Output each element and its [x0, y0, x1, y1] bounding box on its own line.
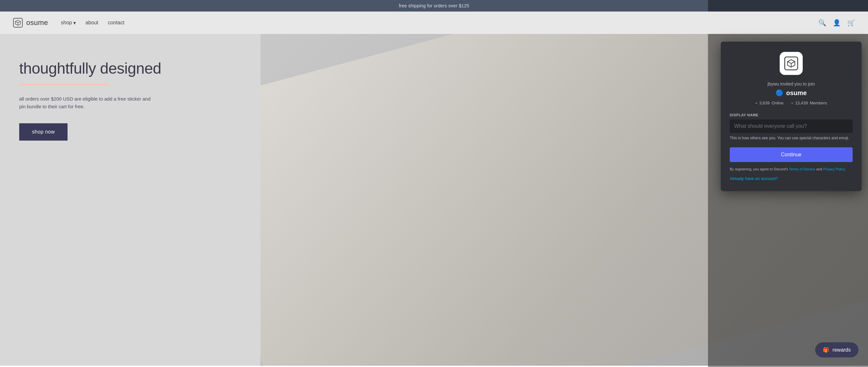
already-have-account-link[interactable]: Already have an account? [730, 176, 852, 181]
cart-icon[interactable]: 🛒 [847, 19, 855, 27]
nav-shop[interactable]: shop ▾ [61, 20, 76, 26]
announcement-bar: free shipping for orders over $125 [0, 0, 868, 11]
online-count: 3,639 [759, 100, 770, 105]
rewards-button[interactable]: 🎁 rewards [815, 342, 859, 357]
rewards-icon: 🎁 [823, 347, 829, 353]
members-label: Members [810, 100, 827, 105]
rewards-label: rewards [833, 347, 851, 353]
display-name-label: DISPLAY NAME [730, 113, 852, 117]
hero-description: all orders over $200 USD are eligible to… [19, 95, 154, 111]
discord-server-name-row: 🔵 osume [730, 89, 852, 97]
discord-stats: ● 3,639 Online ● 13,439 Members [730, 100, 852, 105]
discord-terms-text: By registering, you agree to Discord's T… [730, 166, 852, 172]
discord-logo-wrap [730, 52, 852, 75]
display-name-field-group: DISPLAY NAME This is how others see you.… [730, 113, 852, 141]
display-name-input[interactable] [730, 119, 852, 133]
nav-contact[interactable]: contact [108, 20, 124, 26]
shop-dropdown-icon: ▾ [73, 20, 76, 26]
account-icon[interactable]: 👤 [833, 19, 841, 27]
members-count: 13,439 [795, 100, 808, 105]
shop-now-button[interactable]: shop now [19, 123, 67, 141]
header: osume shop ▾ about contact 🔍 👤 🛒 [0, 11, 868, 34]
main-nav: shop ▾ about contact [61, 20, 124, 26]
header-right: 🔍 👤 🛒 [818, 19, 855, 27]
header-left: osume shop ▾ about contact [13, 18, 124, 28]
hero-divider [19, 84, 109, 86]
search-icon[interactable]: 🔍 [818, 19, 827, 27]
announcement-text: free shipping for orders over $125 [399, 3, 469, 8]
logo[interactable]: osume [13, 18, 48, 28]
discord-logo-box [780, 52, 803, 75]
privacy-policy-link[interactable]: Privacy Policy [823, 167, 845, 171]
hero-content: thoughtfully designed all orders over $2… [0, 34, 181, 166]
display-name-hint: This is how others see you. You can use … [730, 135, 852, 141]
discord-invite-modal: jbywu invited you to join 🔵 osume ● 3,63… [721, 42, 862, 191]
online-dot: ● [755, 101, 757, 105]
terms-of-service-link[interactable]: Terms of Service [789, 167, 815, 171]
discord-verified-icon: 🔵 [775, 89, 783, 97]
members-dot: ● [791, 101, 793, 105]
nav-about[interactable]: about [86, 20, 98, 26]
discord-members-stat: ● 13,439 Members [791, 100, 827, 105]
discord-continue-button[interactable]: Continue [730, 147, 852, 162]
hero-title: thoughtfully designed [19, 60, 161, 77]
logo-text: osume [26, 19, 48, 27]
discord-online-stat: ● 3,639 Online [755, 100, 783, 105]
osume-discord-icon [784, 56, 799, 71]
logo-icon [13, 18, 23, 28]
discord-invite-text: jbywu invited you to join [730, 81, 852, 87]
discord-server-name-text: osume [786, 89, 807, 97]
online-label: Online [772, 100, 784, 105]
